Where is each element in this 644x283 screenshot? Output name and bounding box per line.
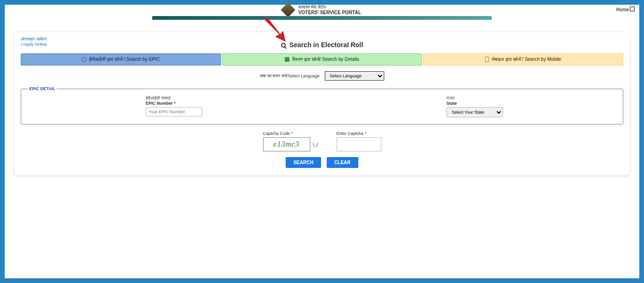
state-label-english: State (446, 101, 503, 106)
header-line-hindi: मतदाता सेवा पोर्टल (298, 5, 361, 10)
tab-search-by-details[interactable]: विवरण द्वारा खोजें/ Search by Details (222, 53, 422, 66)
search-button[interactable]: SEARCH (286, 157, 321, 168)
enter-captcha-block: Enter Captcha * (337, 131, 381, 151)
captcha-code-label: Captcha Code * (263, 131, 318, 136)
header-line-english: VOTERS' SERVICE PORTAL (298, 10, 361, 15)
state-field: राज्य/ State Select Your State (446, 96, 503, 117)
clear-button[interactable]: CLEAR (327, 157, 358, 168)
enter-captcha-label: Enter Captcha * (337, 131, 381, 136)
epic-detail-fieldset: EPIC DETAIL ईपीआईसी संख्या/ EPIC Number … (21, 86, 623, 125)
language-row: भाषा का चयन करें/Select Language Select … (21, 71, 623, 81)
home-link-label: Home (616, 7, 629, 12)
tab-epic-label: ईपीआईसी द्वारा खोजें / Search by EPIC (89, 57, 160, 62)
epic-detail-legend: EPIC DETAIL (28, 86, 57, 91)
epic-number-label-english: EPIC Number * (146, 101, 202, 106)
page-title-text: Search in Electoral Roll (289, 41, 363, 49)
language-label: भाषा का चयन करें/Select Language (260, 74, 320, 78)
main-card: ऑनलाइन आवेदन / Apply Online Search in El… (14, 32, 630, 175)
tab-details-label: विवरण द्वारा खोजें/ Search by Details (292, 57, 359, 62)
state-select[interactable]: Select Your State (446, 107, 503, 117)
banner-strip (152, 16, 492, 20)
tabs: ईपीआईसी द्वारा खोजें / Search by EPIC वि… (21, 53, 623, 66)
external-link-icon (630, 7, 635, 11)
tab-mobile-label: मोबाइल द्वारा खोजें / Search by Mobile (492, 57, 561, 62)
home-link[interactable]: Home (616, 7, 635, 12)
button-row: SEARCH CLEAR (21, 157, 623, 168)
details-icon (285, 57, 289, 62)
captcha-row: Captcha Code * e13mc3 Enter Captcha * (21, 131, 623, 151)
person-icon (82, 57, 86, 62)
annotation-arrow (259, 16, 292, 51)
arrow-icon (259, 16, 292, 49)
refresh-icon[interactable] (313, 142, 318, 147)
logo-icon (281, 2, 296, 17)
mobile-icon (485, 57, 489, 62)
language-select[interactable]: Select Language (325, 71, 384, 81)
tab-search-by-epic[interactable]: ईपीआईसी द्वारा खोजें / Search by EPIC (21, 53, 221, 66)
epic-number-field: ईपीआईसी संख्या/ EPIC Number * (146, 96, 202, 117)
tab-search-by-mobile[interactable]: मोबाइल द्वारा खोजें / Search by Mobile (423, 53, 623, 66)
captcha-image: e13mc3 (263, 137, 310, 151)
captcha-code-block: Captcha Code * e13mc3 (263, 131, 318, 151)
state-label-hindi: राज्य/ (446, 96, 503, 101)
header: मतदाता सेवा पोर्टल VOTERS' SERVICE PORTA… (5, 5, 639, 15)
epic-number-input[interactable] (146, 107, 202, 117)
page-title: Search in Electoral Roll (21, 41, 623, 49)
captcha-input[interactable] (337, 137, 381, 151)
epic-number-label-hindi: ईपीआईसी संख्या/ (146, 96, 202, 101)
